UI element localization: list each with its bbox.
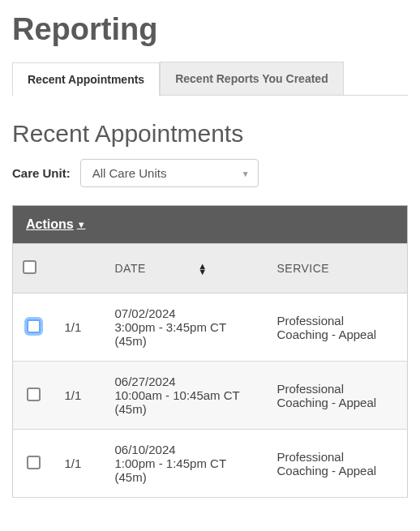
column-header-count	[55, 244, 105, 293]
row-count: 1/1	[55, 362, 105, 430]
tabs: Recent Appointments Recent Reports You C…	[12, 62, 408, 96]
actions-label: Actions	[26, 217, 74, 232]
filter-label: Care Unit:	[12, 166, 71, 180]
row-date: 06/10/2024 1:00pm - 1:45pm CT (45m)	[105, 430, 268, 498]
actions-dropdown[interactable]: Actions ▼	[26, 217, 86, 232]
row-date: 06/27/2024 10:00am - 10:45am CT (45m)	[105, 362, 268, 430]
column-header-checkbox	[13, 244, 55, 293]
row-count: 1/1	[55, 293, 105, 362]
column-header-service[interactable]: SERVICE	[268, 244, 408, 293]
chevron-down-icon: ▼	[242, 169, 250, 178]
select-all-checkbox[interactable]	[23, 260, 36, 274]
row-checkbox[interactable]	[27, 319, 41, 333]
row-service: Professional Coaching - Appeal	[268, 430, 408, 498]
table-row: 1/1 07/02/2024 3:00pm - 3:45pm CT (45m) …	[13, 293, 408, 362]
chevron-down-icon: ▼	[77, 220, 86, 229]
actions-bar: Actions ▼	[12, 205, 408, 243]
column-header-date[interactable]: DATE ▲▼	[105, 244, 268, 293]
table-row: 1/1 06/27/2024 10:00am - 10:45am CT (45m…	[13, 362, 408, 430]
column-header-date-label: DATE	[115, 262, 146, 275]
section-title: Recent Appointments	[12, 120, 408, 148]
tab-recent-appointments[interactable]: Recent Appointments	[12, 62, 160, 96]
appointments-table: DATE ▲▼ SERVICE 1/1 07/02/2024 3:00pm - …	[12, 243, 408, 498]
care-unit-selected: All Care Units	[92, 166, 167, 180]
care-unit-select[interactable]: All Care Units ▼	[80, 159, 259, 187]
tab-recent-reports[interactable]: Recent Reports You Created	[160, 62, 344, 95]
filter-row: Care Unit: All Care Units ▼	[12, 159, 408, 187]
page-title: Reporting	[12, 12, 408, 47]
table-row: 1/1 06/10/2024 1:00pm - 1:45pm CT (45m) …	[13, 430, 408, 498]
column-header-service-label: SERVICE	[277, 262, 330, 275]
sort-icon: ▲▼	[198, 263, 207, 275]
row-date: 07/02/2024 3:00pm - 3:45pm CT (45m)	[105, 293, 268, 362]
row-service: Professional Coaching - Appeal	[268, 293, 408, 362]
row-checkbox[interactable]	[27, 388, 41, 401]
row-checkbox[interactable]	[27, 456, 41, 469]
row-count: 1/1	[55, 430, 105, 498]
row-service: Professional Coaching - Appeal	[268, 362, 408, 430]
